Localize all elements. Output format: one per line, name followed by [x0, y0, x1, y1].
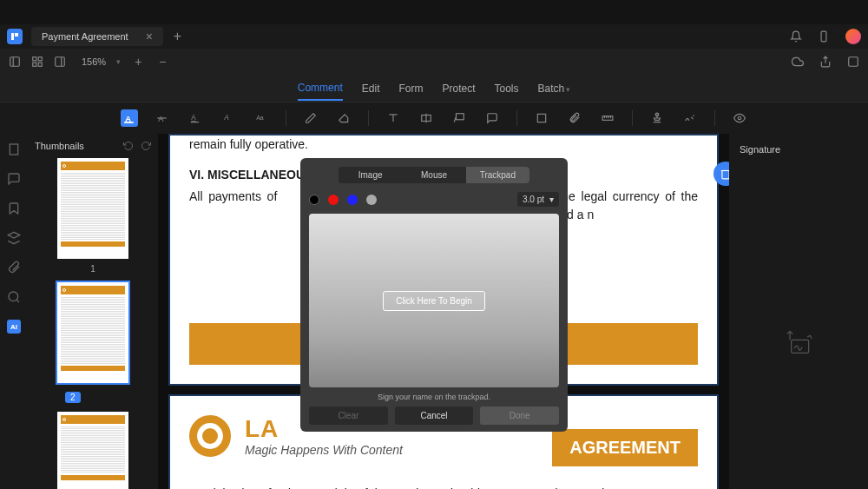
- zoom-out-button[interactable]: −: [155, 55, 169, 69]
- modal-tab-mouse[interactable]: Mouse: [402, 167, 465, 183]
- thumb-label-1: 1: [35, 264, 151, 274]
- company-logo: [189, 415, 231, 457]
- layers-rail-icon[interactable]: [7, 231, 21, 245]
- zoom-level[interactable]: 156%: [82, 56, 106, 67]
- view-toolbar: 156% ▾ + −: [0, 49, 868, 75]
- zoom-in-button[interactable]: +: [131, 55, 145, 69]
- svg-rect-11: [849, 57, 858, 67]
- rotate-left-icon[interactable]: [123, 141, 134, 151]
- svg-rect-24: [456, 114, 464, 120]
- menu-bar: Comment Edit Form Protect Tools Batch▾: [0, 75, 868, 102]
- add-tab-button[interactable]: +: [174, 29, 181, 44]
- menu-edit[interactable]: Edit: [362, 77, 380, 100]
- document-tab[interactable]: Payment Agreement ×: [31, 27, 163, 46]
- agreement-badge: AGREEMENT: [552, 429, 698, 466]
- comments-rail-icon[interactable]: [7, 172, 21, 186]
- zoom-caret-icon[interactable]: ▾: [116, 57, 121, 66]
- caret-tool-icon[interactable]: Aa: [253, 109, 270, 127]
- bookmarks-rail-icon[interactable]: [7, 202, 21, 215]
- done-button[interactable]: Done: [480, 406, 559, 425]
- menu-comment[interactable]: Comment: [298, 76, 343, 101]
- svg-rect-8: [38, 63, 42, 66]
- signature-canvas[interactable]: Click Here To Begin: [309, 214, 559, 387]
- modal-hint-text: Sign your name on the trackpad.: [309, 393, 559, 401]
- stroke-width-select[interactable]: 3.0 pt ▾: [517, 192, 559, 207]
- menu-form[interactable]: Form: [398, 77, 423, 100]
- squiggly-tool-icon[interactable]: A: [220, 109, 237, 127]
- begin-signature-button[interactable]: Click Here To Begin: [383, 291, 485, 311]
- company-subtitle: Magic Happens With Content: [245, 443, 403, 457]
- shape-tool-icon[interactable]: [533, 109, 550, 127]
- grid-icon[interactable]: [31, 56, 43, 68]
- svg-rect-34: [10, 144, 17, 155]
- cloud-icon[interactable]: [792, 56, 804, 68]
- note-tool-icon[interactable]: [483, 109, 501, 127]
- modal-tab-image[interactable]: Image: [339, 167, 402, 183]
- chevron-down-icon: ▾: [549, 195, 554, 204]
- comment-tools-bar: A A A A Aa: [0, 102, 868, 134]
- svg-rect-0: [11, 33, 14, 40]
- underline-tool-icon[interactable]: A: [187, 109, 204, 127]
- svg-rect-13: [124, 122, 134, 123]
- attachments-rail-icon[interactable]: [7, 261, 21, 274]
- color-red[interactable]: [328, 195, 339, 205]
- svg-point-33: [738, 116, 741, 120]
- menu-tools[interactable]: Tools: [495, 77, 519, 100]
- attach-tool-icon[interactable]: [566, 109, 583, 127]
- svg-text:Aa: Aa: [256, 115, 264, 121]
- modal-tabs: Image Mouse Trackpad: [339, 167, 529, 183]
- window-titlebar: [0, 0, 868, 24]
- callout-tool-icon[interactable]: [450, 109, 468, 127]
- svg-rect-7: [33, 63, 36, 66]
- ai-rail-icon[interactable]: AI: [7, 320, 21, 334]
- pencil-tool-icon[interactable]: [302, 109, 319, 127]
- hide-tool-icon[interactable]: [731, 109, 748, 127]
- measure-tool-icon[interactable]: [599, 109, 616, 127]
- svg-rect-6: [38, 57, 42, 61]
- panel-icon[interactable]: [54, 56, 66, 68]
- close-tab-icon[interactable]: ×: [146, 30, 153, 43]
- textbox-tool-icon[interactable]: [418, 109, 435, 127]
- expand-icon[interactable]: [847, 56, 859, 68]
- svg-rect-9: [56, 57, 65, 67]
- thumbnail-page-3[interactable]: [57, 412, 128, 489]
- tab-bar: Payment Agreement × +: [0, 24, 868, 49]
- search-rail-icon[interactable]: [7, 290, 21, 304]
- device-icon[interactable]: [818, 30, 830, 43]
- signature-tool-icon[interactable]: [681, 109, 699, 127]
- bell-icon[interactable]: [790, 30, 802, 43]
- clear-button[interactable]: Clear: [309, 406, 388, 425]
- svg-marker-35: [8, 232, 19, 238]
- user-avatar[interactable]: [845, 29, 861, 44]
- signature-panel: Signature: [729, 134, 868, 489]
- menu-protect[interactable]: Protect: [442, 77, 475, 100]
- thumbnails-rail-icon[interactable]: [7, 142, 21, 156]
- sidebar-toggle-icon[interactable]: [9, 56, 21, 68]
- cancel-button[interactable]: Cancel: [395, 406, 474, 425]
- rotate-right-icon[interactable]: [141, 141, 151, 151]
- strikethrough-tool-icon[interactable]: A: [154, 109, 171, 127]
- svg-point-36: [9, 292, 18, 301]
- text-tool-icon[interactable]: [385, 109, 402, 127]
- left-rail: AI: [0, 134, 28, 489]
- highlight-tool-icon[interactable]: A: [121, 109, 138, 127]
- stamp-tool-icon[interactable]: [648, 109, 666, 127]
- color-black[interactable]: [309, 195, 319, 205]
- thumbnails-title: Thumbnails: [35, 141, 84, 151]
- svg-rect-26: [537, 114, 545, 122]
- share-icon[interactable]: [819, 56, 832, 68]
- menu-batch[interactable]: Batch▾: [538, 77, 571, 100]
- tab-title: Payment Agreement: [42, 31, 128, 42]
- thumb-label-2: 2: [65, 392, 81, 403]
- thumbnail-page-1[interactable]: [57, 158, 128, 259]
- svg-text:A: A: [191, 114, 196, 122]
- svg-rect-1: [15, 33, 18, 36]
- modal-tab-trackpad[interactable]: Trackpad: [466, 167, 529, 183]
- color-gray[interactable]: [366, 195, 377, 205]
- svg-rect-38: [792, 340, 809, 353]
- thumbnail-page-2[interactable]: [57, 282, 128, 383]
- eraser-tool-icon[interactable]: [335, 109, 352, 127]
- color-blue[interactable]: [347, 195, 358, 205]
- svg-text:A: A: [223, 114, 228, 122]
- page1-text-line1: remain fully operative.: [189, 135, 698, 154]
